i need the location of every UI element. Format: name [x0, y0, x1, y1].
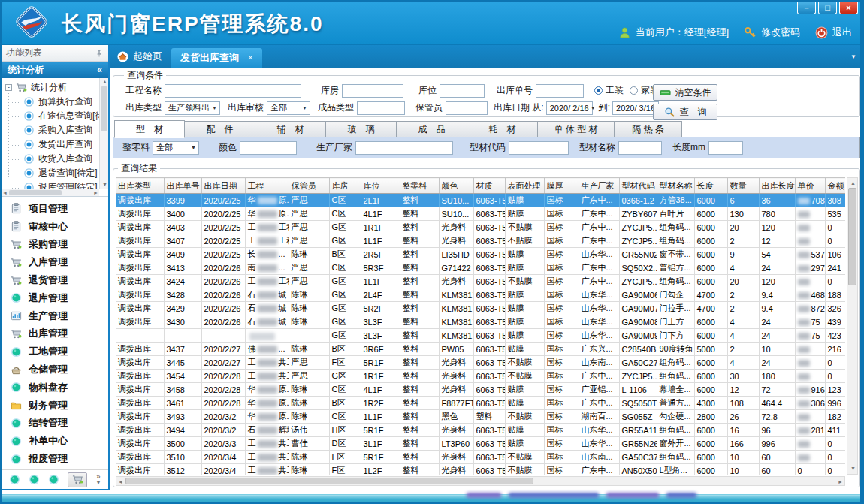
length-input[interactable]	[708, 141, 743, 155]
manufacturer-input[interactable]	[355, 141, 453, 155]
tree-item-退货查询[待定][interactable]: 退货查询[待定]	[5, 166, 99, 180]
column-header-出库长度[interactable]: 出库长度	[759, 178, 795, 194]
tree-item-收货入库查询[interactable]: 收货入库查询	[5, 152, 99, 166]
color-input[interactable]	[240, 141, 297, 155]
sidebar-item-生产管理[interactable]: 生产管理	[2, 307, 108, 325]
sidebar-item-结转管理[interactable]: 结转管理	[2, 415, 108, 433]
date-from-select[interactable]: 2020/ 2/16▼	[546, 101, 593, 115]
table-row[interactable]: 调拨出库34292020/2/26石城陈琳G区5R2F整料KLM38176063…	[116, 302, 845, 315]
column-header-出库单号[interactable]: 出库单号	[164, 178, 201, 194]
grid-vertical-scrollbar[interactable]: ▲ ▼	[847, 177, 858, 475]
whole-piece-select[interactable]: 全部▼	[153, 141, 199, 155]
sidebar-item-入库管理[interactable]: 入库管理	[2, 253, 108, 271]
column-header-库房[interactable]: 库房	[329, 178, 361, 194]
close-button[interactable]: ×	[839, 2, 858, 14]
change-password-button[interactable]: 修改密码	[744, 26, 800, 39]
column-header-工程[interactable]: 工程	[245, 178, 289, 194]
profile-name-input[interactable]	[618, 141, 662, 155]
material-tab-耗材[interactable]: 耗 材	[467, 121, 538, 137]
table-row[interactable]: 调拨出库35002020/3/3工共工程曹佳D区3L1F整料LT3P606063…	[116, 437, 845, 451]
column-header-生产厂家[interactable]: 生产厂家	[579, 178, 619, 194]
table-row[interactable]: G区3L3F整料KLM38176063-T5贴膜国标山东华...GA90M09.…	[116, 329, 845, 343]
sidebar-item-工地管理[interactable]: 工地管理	[2, 343, 108, 361]
tree-item-退库管理[待定][interactable]: 退库管理[待定]	[5, 180, 99, 189]
table-row[interactable]: 调拨出库34452020/2/27工共工程严思F区5R1F整料光身料6063-T…	[116, 356, 845, 370]
sidebar-item-出库管理[interactable]: 出库管理	[2, 325, 108, 343]
profile-code-input[interactable]	[509, 141, 569, 155]
table-row[interactable]: 调拨出库35122020/3/4工共工程陈琳F区1L2F整料光身料6063-T5…	[116, 464, 845, 475]
tab-shipping-outbound-query[interactable]: 发货出库查询 ×	[171, 48, 262, 68]
material-tab-成品[interactable]: 成 品	[397, 121, 467, 137]
table-row[interactable]: 调拨出库34032020/2/25工工程严思G区1R1F整料光身料6063-T5…	[116, 221, 845, 234]
product-type-input[interactable]	[357, 101, 405, 115]
table-row[interactable]: 调拨出库34072020/2/25工工程严思G区1L1F整料光身料6063-T5…	[116, 234, 845, 248]
keeper-input[interactable]	[446, 101, 488, 115]
grid-horizontal-scrollbar[interactable]: ◄ ►	[116, 476, 845, 486]
column-header-膜厚[interactable]: 膜厚	[544, 178, 579, 194]
radio-gongzhuang[interactable]: 工装	[594, 84, 624, 97]
table-row[interactable]: 调拨出库34002020/2/25华原...严思C区4L1F整料SU10...6…	[116, 207, 845, 221]
out-type-select[interactable]: 生产领料出库▼	[165, 101, 220, 115]
cart-shortcut-button[interactable]	[68, 472, 87, 487]
sidebar-item-退货管理[interactable]: 退货管理	[2, 271, 108, 289]
sidebar-item-报废管理[interactable]: 报废管理	[2, 450, 108, 468]
material-tab-配件[interactable]: 配 件	[185, 121, 255, 137]
sidebar-section-header[interactable]: 统计分析 «	[2, 62, 108, 78]
order-no-input[interactable]	[536, 84, 584, 98]
collapse-icon[interactable]: «	[97, 65, 102, 75]
tree-expand-icon[interactable]: -	[5, 84, 12, 91]
sidebar-item-财务管理[interactable]: 财务管理	[2, 397, 108, 415]
warehouse-input[interactable]	[342, 84, 403, 98]
sidebar-item-物料盘存[interactable]: 物料盘存	[2, 379, 108, 397]
table-row[interactable]: 调拨出库34942020/3/2石辉城汤伟H区5R1F整料光身料6063-T5贴…	[116, 424, 845, 437]
material-tab-辅材[interactable]: 辅 材	[255, 121, 326, 137]
material-tab-型材[interactable]: 型 材	[114, 120, 185, 138]
table-row[interactable]: 调拨出库34582020/2/28华原...陈琳C区4L1F整料光身料6063-…	[116, 383, 845, 397]
column-header-数量[interactable]: 数量	[727, 178, 759, 194]
project-name-input[interactable]	[165, 84, 301, 98]
column-header-型材名称[interactable]: 型材名称	[657, 178, 694, 194]
tree-item-发货出库查询[interactable]: 发货出库查询	[5, 137, 99, 152]
dot-shortcut-icon[interactable]	[9, 474, 20, 485]
audit-select[interactable]: 全部▼	[267, 101, 310, 115]
search-button[interactable]: 查 询	[653, 104, 717, 120]
sidebar-item-退库管理[interactable]: 退库管理	[2, 289, 108, 307]
logout-button[interactable]: 退出	[815, 26, 852, 39]
table-row[interactable]: 调拨出库34542020/2/28工共工程严思G区1R1F整料光身料6063-T…	[116, 370, 845, 383]
sidebar-item-仓储管理[interactable]: 仓储管理	[2, 361, 108, 379]
maximize-button[interactable]: □	[818, 2, 837, 14]
column-header-金额[interactable]: 金额	[825, 178, 845, 194]
material-tab-玻璃[interactable]: 玻 璃	[326, 121, 397, 137]
sidebar-item-项目管理[interactable]: 项目管理	[2, 200, 108, 218]
column-header-长度[interactable]: 长度	[694, 178, 727, 194]
table-row[interactable]: 调拨出库34242020/2/26工工程严思G区1L1F整料光身料6063-T5…	[116, 275, 845, 288]
date-to-select[interactable]: 2020/ 3/16▼	[612, 101, 659, 115]
dot-shortcut-icon[interactable]	[29, 474, 40, 485]
tab-list-caret-icon[interactable]: ▼	[850, 53, 856, 60]
tree-vertical-scrollbar[interactable]: ▲ ▼	[99, 78, 108, 189]
column-header-颜色[interactable]: 颜色	[439, 178, 473, 194]
close-tab-icon[interactable]: ×	[248, 53, 253, 63]
table-row[interactable]: 调拨出库34092020/2/25长...陈琳B区2R5F整料LI35HD606…	[116, 248, 845, 261]
dot-shortcut-icon[interactable]	[48, 474, 59, 485]
sidebar-item-补单中心[interactable]: 补单中心	[2, 432, 108, 450]
tree-item-预算执行查询[interactable]: 预算执行查询	[5, 95, 99, 109]
pin-icon[interactable]	[95, 49, 104, 58]
tree-root[interactable]: -统计分析	[5, 80, 99, 95]
column-header-库位[interactable]: 库位	[361, 178, 400, 194]
sidebar-item-采购管理[interactable]: 采购管理	[2, 236, 108, 254]
sidebar-item-审核中心[interactable]: 审核中心	[2, 218, 108, 236]
tree-item-采购入库查询[interactable]: 采购入库查询	[5, 123, 99, 137]
material-tab-隔热条[interactable]: 隔 热 条	[615, 121, 682, 137]
tree-item-在途信息查询[待[interactable]: 在途信息查询[待	[5, 109, 99, 123]
column-header-保管员[interactable]: 保管员	[289, 178, 329, 194]
location-input[interactable]	[440, 84, 485, 98]
table-row[interactable]: 调拨出库34132020/2/26南...严思C区5R3F整料G71422606…	[116, 261, 845, 275]
tree-horizontal-scrollbar[interactable]: ◄ ►	[2, 189, 99, 196]
column-header-材质[interactable]: 材质	[473, 178, 505, 194]
column-header-整零料[interactable]: 整零料	[400, 178, 439, 194]
clear-conditions-button[interactable]: 清空条件	[653, 84, 717, 101]
tab-home[interactable]: 起始页	[110, 45, 171, 68]
column-header-表面处理[interactable]: 表面处理	[505, 178, 544, 194]
table-row[interactable]: 调拨出库35102020/3/4工共工程陈琳F区5R1F整料光身料6063-T5…	[116, 451, 845, 464]
